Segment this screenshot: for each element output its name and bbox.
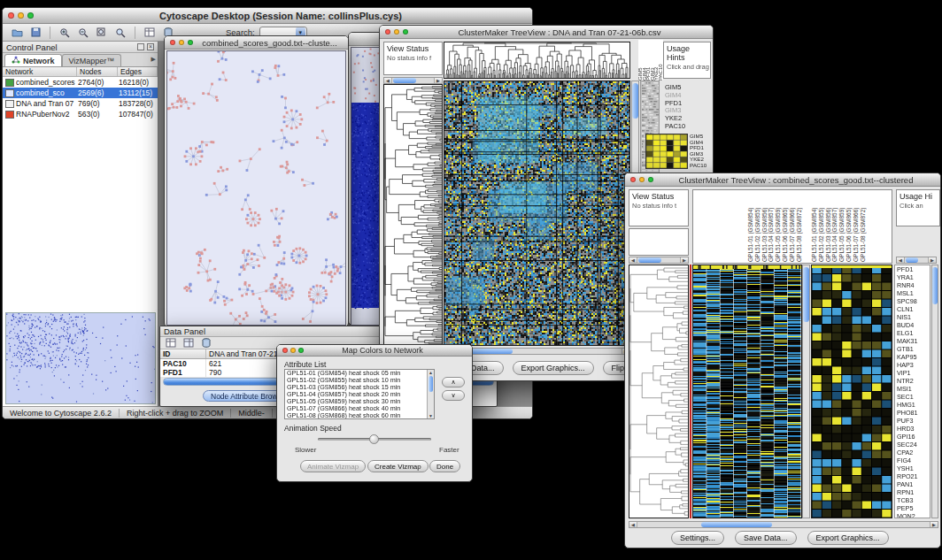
table-icon[interactable]: [143, 26, 157, 40]
scroll-right-icon[interactable]: ▶: [434, 78, 442, 83]
heatmap-vertical-scrollbar[interactable]: [802, 265, 810, 518]
gene-label[interactable]: PAN1: [895, 480, 930, 488]
slider-thumb[interactable]: [369, 434, 379, 444]
column-label[interactable]: GPL51-02 (GSM855): [818, 191, 825, 262]
gene-label[interactable]: MSL1: [895, 289, 930, 297]
scroll-track[interactable]: [637, 522, 930, 527]
scroll-left-icon[interactable]: ◀: [629, 522, 637, 527]
column-label[interactable]: GPL51-08 (GSM872): [796, 191, 803, 262]
gene-label[interactable]: YRA1: [895, 273, 930, 281]
close-icon[interactable]: [8, 12, 14, 19]
gene-label[interactable]: FIG4: [895, 456, 930, 464]
gene-label[interactable]: SPC98: [895, 297, 930, 305]
column-label[interactable]: GPL51-07 (GSM866): [789, 191, 796, 262]
gene-label[interactable]: MON2: [895, 512, 930, 518]
gene-label[interactable]: HRD3: [895, 425, 930, 433]
scroll-right-icon[interactable]: ▶: [680, 257, 688, 263]
select-attributes-icon[interactable]: [181, 336, 196, 350]
gene-label[interactable]: MAK31: [895, 337, 930, 345]
network-overview-thumbnail[interactable]: [5, 312, 156, 404]
open-folder-icon[interactable]: [10, 26, 24, 40]
action-button[interactable]: Save Data...: [735, 531, 797, 545]
zoom-icon[interactable]: [27, 12, 34, 19]
scroll-left-icon[interactable]: ◀: [384, 78, 392, 83]
close-icon[interactable]: [170, 40, 175, 45]
attribute-table-icon[interactable]: [164, 336, 178, 350]
gene-label[interactable]: PAC10: [665, 123, 695, 131]
bottom-horizontal-scrollbar[interactable]: ◀ ▶: [629, 521, 938, 528]
gene-label[interactable]: PEP5: [895, 504, 930, 512]
column-label[interactable]: GPL51-01 (GSM854): [747, 191, 754, 262]
column-label[interactable]: GPL51-07 (GSM866): [853, 191, 860, 262]
gene-label[interactable]: YSH1: [895, 464, 930, 472]
gene-label[interactable]: PFD1: [895, 265, 930, 273]
gene-label[interactable]: CLN1: [895, 305, 930, 313]
scroll-right-icon[interactable]: ▶: [930, 522, 938, 527]
column-header[interactable]: Nodes: [77, 67, 118, 76]
attribute-item[interactable]: GPL51-08 (GSM868) heat shock 60 min: [285, 412, 427, 419]
scroll-track[interactable]: [392, 78, 434, 83]
scroll-thumb[interactable]: [429, 376, 433, 392]
zoom-icon[interactable]: [188, 40, 193, 45]
column-header[interactable]: Edges: [118, 67, 158, 76]
scroll-thumb[interactable]: [803, 267, 809, 322]
column-header-id[interactable]: ID: [160, 349, 206, 358]
gene-label[interactable]: MSI1: [895, 385, 930, 393]
minimize-icon[interactable]: [179, 40, 184, 45]
column-label[interactable]: GPL51-02 (GSM855): [754, 191, 761, 262]
network-view-titlebar[interactable]: combined_scores_good.txt--cluste...: [165, 36, 348, 50]
minimize-icon[interactable]: [394, 29, 399, 35]
column-label[interactable]: GPL51-06 (GSM865): [782, 191, 789, 262]
scroll-track[interactable]: [452, 349, 622, 354]
action-button[interactable]: Export Graphics...: [513, 361, 594, 375]
move-up-button[interactable]: ∧: [442, 377, 465, 387]
gene-label[interactable]: VIP1: [895, 369, 930, 377]
minimize-icon[interactable]: [290, 348, 296, 353]
action-button[interactable]: Settings...: [671, 531, 724, 545]
done-button[interactable]: Done: [429, 460, 460, 472]
gene-label[interactable]: SEC1: [895, 393, 930, 401]
column-label[interactable]: GPL51-06 (GSM865): [845, 191, 853, 262]
gene-label[interactable]: SEC24: [895, 441, 930, 449]
network-graph-canvas[interactable]: [166, 50, 346, 326]
main-titlebar[interactable]: Cytoscape Desktop (Session Name: collins…: [3, 8, 532, 24]
gene-label[interactable]: TCB3: [895, 496, 930, 504]
column-header[interactable]: Network: [3, 67, 77, 76]
network-list-row[interactable]: combined_scores 2764(0) 16218(0): [3, 77, 158, 88]
zoom-out-icon[interactable]: [76, 26, 90, 40]
scroll-down-icon[interactable]: ▼: [428, 413, 434, 418]
scroll-thumb[interactable]: [701, 522, 772, 527]
gene-list-mini-scrollbar[interactable]: ◀ ▶: [896, 257, 937, 264]
attribute-listbox[interactable]: GPL51-01 (GSM854) heat shock 05 minGPL51…: [284, 369, 435, 419]
zoom-icon[interactable]: [403, 29, 408, 35]
tab-overflow-icon[interactable]: ▶: [151, 56, 156, 63]
row-dendrogram[interactable]: [629, 265, 689, 518]
dialog-titlebar[interactable]: Map Colors to Network: [277, 345, 472, 357]
column-label[interactable]: PAC10: [659, 40, 663, 81]
move-down-button[interactable]: ∨: [442, 390, 465, 401]
minimize-icon[interactable]: [639, 177, 645, 182]
scroll-left-icon[interactable]: ◀: [629, 257, 637, 263]
gene-label[interactable]: PUF3: [895, 417, 930, 425]
scroll-thumb[interactable]: [932, 267, 938, 304]
create-vizmap-button[interactable]: Create Vizmap: [367, 460, 429, 472]
row-dendrogram[interactable]: [383, 84, 443, 346]
gene-label[interactable]: GTB1: [895, 345, 930, 353]
network-list-row[interactable]: DNA and Tran 07 769(0) 183728(0): [3, 98, 158, 109]
gene-label[interactable]: KAP95: [895, 353, 930, 361]
scroll-track[interactable]: [905, 257, 928, 263]
network-list-row[interactable]: combined_sco 2569(6) 13112(15): [3, 88, 158, 98]
column-label[interactable]: GPL51-05 (GSM859): [838, 191, 845, 262]
treeview-dna-titlebar[interactable]: ClusterMaker TreeView : DNA and Tran 07-…: [380, 26, 713, 39]
float-panel-icon[interactable]: [137, 43, 144, 50]
global-heatmap[interactable]: [692, 265, 802, 518]
scroll-thumb[interactable]: [632, 83, 638, 119]
close-icon[interactable]: [630, 177, 636, 182]
tree-mini-scrollbar[interactable]: ◀ ▶: [629, 257, 689, 264]
scroll-left-icon[interactable]: ◀: [897, 257, 905, 263]
listbox-scrollbar[interactable]: ▲ ▼: [427, 370, 434, 418]
tab-network[interactable]: Network: [4, 54, 62, 66]
column-label[interactable]: GPL51-01 (GSM854): [811, 191, 818, 262]
gene-label[interactable]: PAC10: [690, 163, 713, 169]
zoom-selected-icon[interactable]: [113, 26, 127, 40]
